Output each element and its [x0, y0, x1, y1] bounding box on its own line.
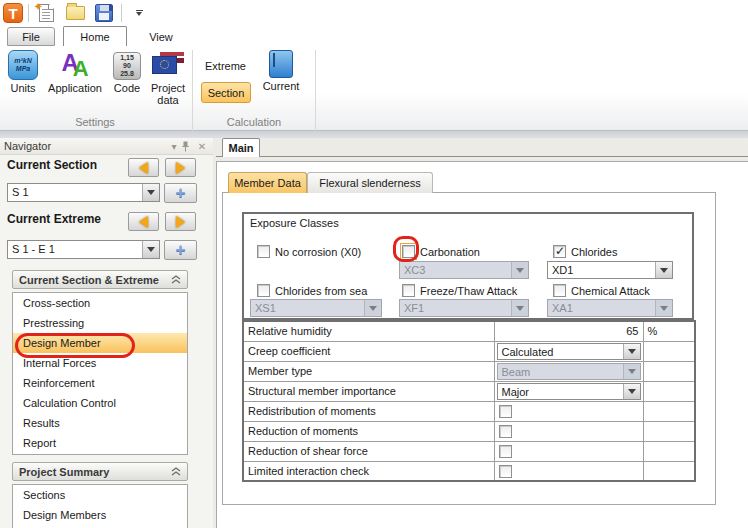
- section-button[interactable]: Section: [201, 82, 251, 103]
- close-icon[interactable]: ✕: [195, 141, 209, 152]
- previous-extreme-button[interactable]: [128, 212, 159, 231]
- code-button[interactable]: 1,159025.8 Code: [108, 50, 146, 94]
- chemical-attack-checkbox[interactable]: [553, 284, 566, 297]
- freeze-thaw-class-select[interactable]: XF1: [399, 299, 529, 317]
- property-label: Redistribution of moments: [243, 401, 494, 421]
- tab-view[interactable]: View: [137, 27, 185, 46]
- toolbar-overflow-icon: [136, 10, 143, 16]
- limited-interaction-check-checkbox[interactable]: [499, 465, 512, 478]
- window-separator: [0, 131, 748, 138]
- chlorides-from-sea-checkbox[interactable]: [257, 284, 270, 297]
- group-header-current-section-extreme[interactable]: Current Section & Extreme: [12, 270, 188, 289]
- chlorides-class-select[interactable]: XD1: [547, 261, 673, 279]
- dropdown-arrow-icon: [142, 184, 159, 201]
- tab-file[interactable]: File: [7, 27, 55, 46]
- carbonation-checkbox[interactable]: [402, 245, 415, 258]
- dropdown-arrow-icon: [142, 241, 159, 258]
- reduction-of-shear-force-checkbox[interactable]: [499, 445, 512, 458]
- save-button[interactable]: [92, 2, 116, 24]
- no-corrosion-check-row: No corrosion (X0): [257, 245, 361, 258]
- project-summary-list: Sections Design Members: [12, 484, 188, 528]
- plus-icon: +: [176, 243, 186, 257]
- carbonation-check-row: Carbonation: [402, 245, 480, 258]
- list-item[interactable]: Report: [13, 433, 187, 453]
- chlorides-checkbox[interactable]: [553, 245, 566, 258]
- list-item[interactable]: Sections: [13, 485, 187, 505]
- dropdown-arrow-icon: [623, 344, 640, 359]
- units-icon: m²kNMPa: [8, 50, 38, 80]
- current-button[interactable]: Current: [252, 50, 310, 92]
- ribbon-area: T ✦ File Home View: [0, 0, 748, 130]
- property-label: Relative humidity: [243, 321, 494, 341]
- group-label-settings: Settings: [0, 116, 190, 128]
- plus-icon: +: [176, 186, 186, 200]
- next-extreme-button[interactable]: [165, 212, 196, 231]
- next-section-button[interactable]: [165, 158, 196, 177]
- dropdown-arrow-icon: [511, 262, 528, 278]
- dropdown-arrow-icon: [623, 384, 640, 399]
- group-header-project-summary[interactable]: Project Summary: [12, 462, 188, 481]
- open-button[interactable]: [63, 2, 87, 24]
- extreme-label: Extreme: [205, 60, 246, 72]
- current-extreme-select[interactable]: S 1 - E 1: [7, 240, 160, 259]
- add-section-button[interactable]: +: [164, 183, 197, 203]
- unit-label: %: [643, 321, 695, 341]
- current-section-select[interactable]: S 1: [7, 183, 160, 202]
- table-row: Member type Beam: [243, 361, 695, 381]
- pin-icon[interactable]: [181, 141, 195, 152]
- property-label: Creep coefficient: [243, 341, 494, 361]
- dropdown-arrow-icon: [655, 262, 672, 278]
- new-document-button[interactable]: ✦: [34, 2, 58, 24]
- table-row: Reduction of shear force: [243, 441, 695, 461]
- freeze-thaw-check-row: Freeze/Thaw Attack: [402, 284, 517, 297]
- ribbon-group-calculation: Extreme Section Current Calculation: [194, 46, 314, 130]
- list-item-design-member[interactable]: Design Member: [13, 333, 187, 353]
- list-item[interactable]: Internal Forces: [13, 353, 187, 373]
- redistribution-of-moments-checkbox[interactable]: [499, 405, 512, 418]
- panel-menu-icon[interactable]: ▾: [167, 141, 181, 152]
- code-icon: 1,159025.8: [113, 52, 141, 80]
- list-item[interactable]: Reinforcement: [13, 373, 187, 393]
- member-type-select[interactable]: Beam: [497, 363, 641, 380]
- navigator-header: Navigator ▾ ✕: [0, 138, 213, 155]
- table-row: Structural member importance Major: [243, 381, 695, 401]
- ribbon-tab-strip: File Home View: [0, 26, 748, 46]
- right-arrow-icon: [176, 216, 185, 228]
- relative-humidity-value[interactable]: 65: [494, 321, 643, 341]
- creep-coefficient-select[interactable]: Calculated: [497, 343, 641, 360]
- units-button[interactable]: m²kNMPa Units: [3, 50, 43, 94]
- carbonation-class-select[interactable]: XC3: [399, 261, 529, 279]
- previous-section-button[interactable]: [128, 158, 159, 177]
- chlorides-sea-class-select[interactable]: XS1: [250, 299, 382, 317]
- chemical-attack-class-select[interactable]: XA1: [547, 299, 673, 317]
- tab-main[interactable]: Main: [222, 138, 260, 157]
- navigator-title: Navigator: [4, 140, 167, 152]
- tab-home[interactable]: Home: [63, 26, 127, 46]
- table-row: Redistribution of moments: [243, 401, 695, 421]
- reduction-of-moments-checkbox[interactable]: [499, 425, 512, 438]
- list-item[interactable]: Calculation Control: [13, 393, 187, 413]
- list-item[interactable]: Prestressing: [13, 313, 187, 333]
- dropdown-arrow-icon: [364, 300, 381, 316]
- project-data-button[interactable]: Project data: [148, 50, 188, 106]
- freeze-thaw-checkbox[interactable]: [402, 284, 415, 297]
- application-button[interactable]: AA Application: [45, 50, 105, 94]
- no-corrosion-checkbox[interactable]: [257, 245, 270, 258]
- list-item[interactable]: Results: [13, 413, 187, 433]
- member-properties-table: Relative humidity 65 % Creep coefficient…: [242, 320, 696, 482]
- dropdown-arrow-icon: [623, 364, 640, 379]
- list-item[interactable]: Design Members: [13, 505, 187, 525]
- tab-flexural-slenderness[interactable]: Flexural slenderness: [307, 172, 433, 193]
- add-extreme-button[interactable]: +: [164, 240, 197, 260]
- app-logo-icon[interactable]: T: [3, 3, 23, 23]
- chemical-attack-check-row: Chemical Attack: [553, 284, 650, 297]
- list-item[interactable]: Cross-section: [13, 293, 187, 313]
- application-icon: AA: [61, 50, 88, 80]
- exposure-classes-groupbox: Exposure Classes No corrosion (X0) Carbo…: [242, 212, 694, 320]
- current-extreme-label: Current Extreme: [7, 212, 101, 226]
- member-importance-select[interactable]: Major: [497, 383, 641, 400]
- left-arrow-icon: [139, 216, 148, 228]
- tabstrip-border: [216, 156, 748, 157]
- tab-member-data[interactable]: Member Data: [228, 172, 307, 193]
- toolbar-overflow-button[interactable]: [127, 2, 151, 24]
